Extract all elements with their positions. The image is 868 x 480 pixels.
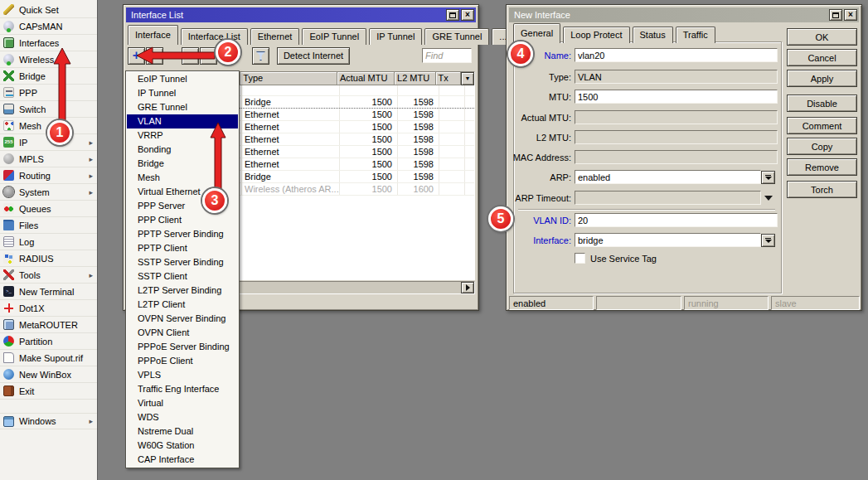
sidebar-item-new-terminal[interactable]: New Terminal bbox=[0, 284, 97, 300]
dropdown-item-cap-interface[interactable]: CAP Interface bbox=[127, 453, 238, 467]
dropdown-item-vpls[interactable]: VPLS bbox=[127, 368, 238, 382]
tab-general[interactable]: General bbox=[513, 23, 560, 43]
sidebar-item-label: Log bbox=[19, 237, 97, 247]
column-picker-button[interactable]: ▼ bbox=[461, 72, 474, 85]
dropdown-item-vrrp[interactable]: VRRP bbox=[127, 128, 238, 143]
sidebar-item-mpls[interactable]: MPLS▸ bbox=[0, 151, 97, 167]
column-header-actual-mtu[interactable]: Actual MTU bbox=[337, 72, 395, 85]
tab-interface-list[interactable]: Interface List bbox=[181, 28, 248, 45]
copy-button[interactable]: Copy bbox=[787, 138, 857, 155]
mtu-input[interactable] bbox=[575, 90, 778, 104]
sidebar-item-metarouter[interactable]: MetaROUTER bbox=[0, 317, 97, 333]
apply-button[interactable]: Apply bbox=[787, 70, 857, 87]
dropdown-item-mesh[interactable]: Mesh bbox=[127, 171, 238, 185]
new-winbox-icon bbox=[3, 369, 14, 380]
arp-select[interactable]: enabled bbox=[575, 170, 761, 184]
tab-status[interactable]: Status bbox=[633, 27, 673, 43]
tab-gre-tunnel[interactable]: GRE Tunnel bbox=[424, 28, 489, 45]
dropdown-item-ip-tunnel[interactable]: IP Tunnel bbox=[127, 86, 238, 100]
dropdown-item-pppoe-client[interactable]: PPPoE Client bbox=[127, 354, 238, 368]
maximize-button[interactable] bbox=[829, 9, 842, 21]
sidebar-item-dot1x[interactable]: Dot1X bbox=[0, 300, 97, 317]
dropdown-item-nstreme-dual[interactable]: Nstreme Dual bbox=[127, 424, 238, 439]
maximize-button[interactable] bbox=[446, 9, 459, 21]
sidebar-item-quick-set[interactable]: Quick Set bbox=[0, 2, 97, 18]
dropdown-item-pptp-client[interactable]: PPTP Client bbox=[127, 241, 238, 255]
interface-dropdown-button[interactable] bbox=[761, 234, 775, 247]
dropdown-item-eoip-tunnel[interactable]: EoIP Tunnel bbox=[127, 72, 238, 86]
filter-button[interactable] bbox=[252, 47, 269, 65]
dropdown-item-l2tp-server-binding[interactable]: L2TP Server Binding bbox=[127, 284, 238, 298]
plus-button[interactable]: + bbox=[128, 47, 145, 65]
sidebar-item-interfaces[interactable]: Interfaces bbox=[0, 35, 97, 51]
ok-button[interactable]: OK bbox=[787, 28, 857, 46]
new-terminal-icon bbox=[3, 286, 14, 297]
column-header-l2-mtu[interactable]: L2 MTU bbox=[395, 72, 435, 85]
dropdown-item-sstp-server-binding[interactable]: SSTP Server Binding bbox=[127, 255, 238, 269]
sidebar-item-ppp[interactable]: PPP bbox=[0, 85, 97, 101]
column-header-type[interactable]: Type bbox=[240, 72, 337, 85]
tab-traffic[interactable]: Traffic bbox=[676, 27, 715, 43]
dropdown-item-sstp-client[interactable]: SSTP Client bbox=[127, 269, 238, 284]
cross-button[interactable]: × bbox=[200, 47, 217, 65]
dropdown-item-wds[interactable]: WDS bbox=[127, 410, 238, 424]
sidebar-item-log[interactable]: Log bbox=[0, 234, 97, 250]
vlan-id-input[interactable] bbox=[575, 213, 778, 227]
new-interface-titlebar[interactable]: New Interface × bbox=[509, 7, 859, 22]
dropdown-item-virtual[interactable]: Virtual bbox=[127, 396, 238, 410]
dropdown-item-traffic-eng-interface[interactable]: Traffic Eng Interface bbox=[127, 382, 238, 396]
check-button[interactable]: ✓ bbox=[182, 47, 199, 65]
torch-button[interactable]: Torch bbox=[787, 181, 857, 198]
sidebar-item-system[interactable]: System▸ bbox=[0, 184, 97, 201]
close-button[interactable]: × bbox=[461, 9, 474, 21]
sidebar-item-wireless[interactable]: Wireless bbox=[0, 51, 97, 68]
cancel-button[interactable]: Cancel bbox=[787, 49, 857, 66]
dropdown-item-pppoe-server-binding[interactable]: PPPoE Server Binding bbox=[127, 340, 238, 354]
sidebar-item-bridge[interactable]: Bridge bbox=[0, 68, 97, 85]
sidebar-item-new-winbox[interactable]: New WinBox bbox=[0, 366, 97, 383]
sidebar-item-exit[interactable]: Exit bbox=[0, 383, 97, 400]
dropdown-item-ovpn-server-binding[interactable]: OVPN Server Binding bbox=[127, 312, 238, 326]
use-service-tag-checkbox[interactable] bbox=[575, 253, 585, 264]
close-button[interactable]: × bbox=[844, 9, 857, 21]
dropdown-item-pptp-server-binding[interactable]: PPTP Server Binding bbox=[127, 227, 238, 241]
disable-button[interactable]: Disable bbox=[787, 95, 857, 112]
sidebar-item-make-supout-rif[interactable]: Make Supout.rif bbox=[0, 350, 97, 366]
detect-internet-button[interactable]: Detect Internet bbox=[277, 47, 350, 65]
dropdown-item-bridge[interactable]: Bridge bbox=[127, 157, 238, 171]
sidebar-item-radius[interactable]: RADIUS bbox=[0, 250, 97, 267]
tab-eoip-tunnel[interactable]: EoIP Tunnel bbox=[302, 28, 366, 45]
sidebar-item-files[interactable]: Files bbox=[0, 217, 97, 234]
tab-ip-tunnel[interactable]: IP Tunnel bbox=[369, 28, 422, 45]
sidebar-item-queues[interactable]: Queues bbox=[0, 201, 97, 217]
interface-select[interactable]: bridge bbox=[575, 233, 761, 247]
column-header-tx[interactable]: Tx bbox=[436, 72, 462, 85]
dropdown-item-gre-tunnel[interactable]: GRE Tunnel bbox=[127, 100, 238, 114]
minus-button[interactable]: − bbox=[146, 47, 163, 65]
arp-dropdown-button[interactable] bbox=[761, 171, 775, 184]
tab-ethernet[interactable]: Ethernet bbox=[250, 28, 300, 45]
name-input[interactable] bbox=[575, 48, 778, 62]
cell-tx bbox=[439, 133, 465, 145]
comment-button[interactable]: Comment bbox=[787, 117, 857, 134]
dropdown-item-ovpn-client[interactable]: OVPN Client bbox=[127, 326, 238, 340]
remove-button[interactable]: Remove bbox=[787, 158, 857, 176]
tab-loop-protect[interactable]: Loop Protect bbox=[563, 27, 629, 43]
sidebar-item-tools[interactable]: Tools▸ bbox=[0, 267, 97, 284]
arp-timeout-dropdown-icon[interactable] bbox=[764, 196, 773, 201]
sidebar-item-partition[interactable]: Partition bbox=[0, 333, 97, 350]
dropdown-item-ppp-client[interactable]: PPP Client bbox=[127, 213, 238, 227]
dropdown-item-l2tp-client[interactable]: L2TP Client bbox=[127, 298, 238, 312]
scroll-right-button[interactable] bbox=[461, 282, 474, 293]
interface-list-titlebar[interactable]: Interface List × bbox=[126, 7, 476, 22]
sidebar-item-capsman[interactable]: CAPsMAN bbox=[0, 18, 97, 35]
tab-interface[interactable]: Interface bbox=[128, 25, 178, 45]
dropdown-item-bonding[interactable]: Bonding bbox=[127, 143, 238, 157]
step-badge-3: 3 bbox=[202, 188, 227, 213]
find-input[interactable] bbox=[422, 48, 472, 63]
dropdown-item-w60g-station[interactable]: W60G Station bbox=[127, 439, 238, 453]
sidebar-item-windows[interactable]: Windows▸ bbox=[0, 413, 97, 429]
sidebar-item-routing[interactable]: Routing▸ bbox=[0, 167, 97, 184]
sidebar-item-switch[interactable]: Switch bbox=[0, 101, 97, 118]
dropdown-item-vlan[interactable]: VLAN bbox=[127, 114, 238, 128]
